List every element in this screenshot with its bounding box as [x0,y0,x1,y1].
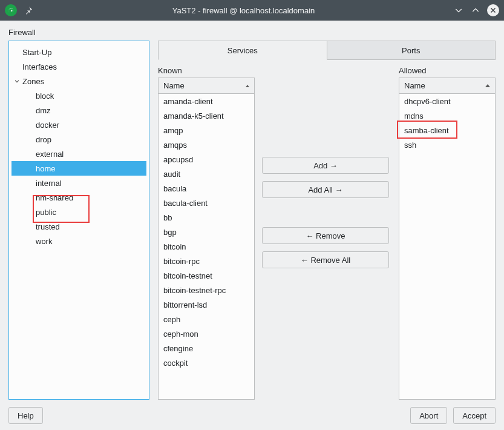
maximize-icon[interactable] [470,5,481,16]
add-all-button[interactable]: Add All → [262,181,389,198]
allowed-services-list[interactable]: Name dhcpv6-clientmdnssamba-clientssh [399,78,495,399]
page-title: Firewall [8,28,496,37]
footer: Help Abort Accept [8,400,496,424]
tree-item-block[interactable]: block [11,88,146,103]
tree-item-label: work [36,237,56,246]
list-item[interactable]: dhcpv6-client [399,94,495,108]
list-item[interactable]: amanda-client [159,94,254,108]
tree-item-label: internal [36,179,65,188]
list-item[interactable]: bitcoin-testnet-rpc [159,283,254,297]
tree-item-interfaces[interactable]: Interfaces [11,59,146,74]
tree-item-start-up[interactable]: Start-Up [11,45,146,59]
tree-item-label: trusted [36,222,64,231]
minimize-icon[interactable] [453,5,464,16]
accept-button[interactable]: Accept [453,407,496,424]
list-item[interactable]: bittorrent-lsd [159,297,254,312]
tree-item-label: Interfaces [22,62,61,71]
tree-item-label: drop [36,135,55,144]
tab-ports-label: Ports [402,46,420,55]
tree-item-label: nm-shared [36,193,77,202]
list-item[interactable]: ssh [399,137,495,152]
tree-item-dmz[interactable]: dmz [11,103,146,117]
list-item[interactable]: ceph-mon [159,326,254,341]
allowed-header-label: Name [404,81,425,90]
chevron-down-icon[interactable] [13,77,21,85]
tree-item-label: public [36,208,60,217]
sort-asc-icon [485,84,490,87]
app-icon [5,4,17,16]
list-item[interactable]: apcupsd [159,152,254,167]
tree-item-external[interactable]: external [11,147,146,161]
list-item[interactable]: cockpit [159,356,254,370]
list-item[interactable]: bgp [159,225,254,239]
tree-item-nm-shared[interactable]: nm-shared [11,190,146,205]
tree-item-zones[interactable]: Zones [11,74,146,88]
tree-item-label: Start-Up [22,48,55,57]
tree-item-drop[interactable]: drop [11,132,146,147]
list-item[interactable]: samba-client [399,123,495,137]
known-services-list[interactable]: Name amanda-clientamanda-k5-clientamqpam… [159,78,254,399]
list-item[interactable]: mdns [399,108,495,123]
list-item[interactable]: audit [159,167,254,181]
remove-button[interactable]: ← Remove [262,227,389,244]
tree-item-label: block [36,91,57,101]
sort-asc-icon [246,85,249,87]
tree-item-label: Zones [22,77,48,86]
help-button[interactable]: Help [8,407,43,424]
close-icon[interactable] [487,4,499,16]
tree-item-label: external [36,150,67,159]
titlebar: YaST2 ‑ firewall @ localhost.localdomain [0,0,504,21]
known-label: Known [158,66,255,75]
list-item[interactable]: cfengine [159,341,254,356]
tree-item-internal[interactable]: internal [11,176,146,190]
tree-item-docker[interactable]: docker [11,117,146,132]
allowed-header[interactable]: Name [399,78,495,94]
abort-button[interactable]: Abort [410,407,447,424]
tab-ports[interactable]: Ports [327,41,496,60]
list-item[interactable]: bacula-client [159,196,254,210]
list-item[interactable]: amqps [159,137,254,152]
list-item[interactable]: ceph [159,312,254,326]
remove-button-label: ← Remove [306,231,345,240]
content-area: Firewall Start-UpInterfacesZonesblockdmz… [0,21,504,430]
list-item[interactable]: bitcoin [159,239,254,254]
known-header-label: Name [163,81,185,90]
list-item[interactable]: bitcoin-testnet [159,268,254,283]
accept-button-label: Accept [462,411,486,420]
allowed-label: Allowed [399,66,496,75]
tree-item-label: home [36,164,59,173]
add-button-label: Add → [313,161,338,170]
known-header[interactable]: Name [159,78,254,94]
list-item[interactable]: bb [159,210,254,225]
list-item[interactable]: amqp [159,123,254,137]
tab-services-label: Services [227,46,258,55]
list-item[interactable]: bitcoin-rpc [159,254,254,268]
tab-services[interactable]: Services [158,41,327,60]
tree-item-trusted[interactable]: trusted [11,219,146,234]
tabs: Services Ports [158,41,496,60]
window-title: YaST2 ‑ firewall @ localhost.localdomain [34,6,453,15]
add-all-button-label: Add All → [308,185,342,194]
tree-item-label: dmz [36,106,54,115]
abort-button-label: Abort [419,411,438,420]
list-item[interactable]: bacula [159,181,254,196]
pin-icon[interactable] [23,5,34,16]
tree-item-public[interactable]: public [11,205,146,219]
add-button[interactable]: Add → [262,157,389,174]
help-button-label: Help [18,411,34,420]
tree-item-label: docker [36,121,63,130]
remove-all-button[interactable]: ← Remove All [262,251,389,268]
tree-item-home[interactable]: home [11,161,146,176]
list-item[interactable]: amanda-k5-client [159,108,254,123]
zones-tree[interactable]: Start-UpInterfacesZonesblockdmzdockerdro… [8,41,149,400]
tree-item-work[interactable]: work [11,234,146,248]
remove-all-button-label: ← Remove All [301,256,350,265]
